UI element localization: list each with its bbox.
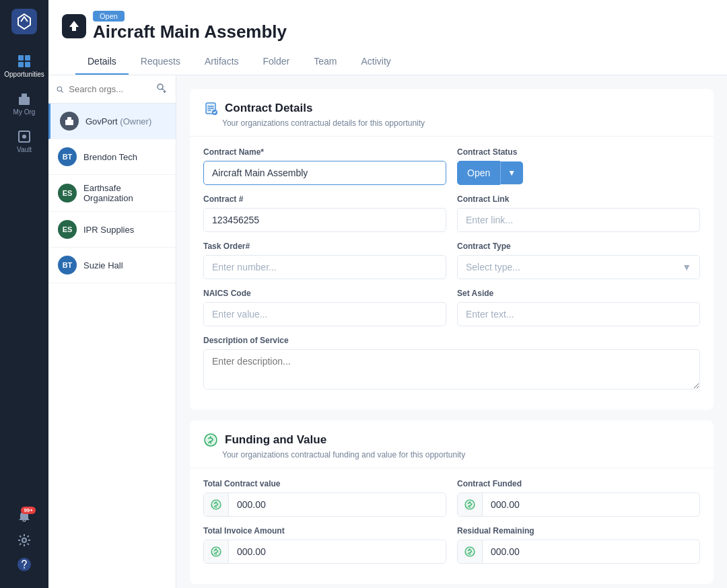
search-input[interactable] [69,84,150,94]
description-group: Description of Service [203,336,700,390]
svg-rect-4 [25,62,30,67]
org-suzie-name: Suzie Hall [83,260,123,270]
tab-requests[interactable]: Requests [129,49,193,75]
svg-rect-5 [19,97,30,105]
sidebar-item-myorg[interactable]: My Org [0,85,48,122]
total-contract-input[interactable] [229,493,446,516]
form-row-5: Description of Service [203,336,700,390]
total-contract-currency [203,492,446,517]
main-content: Open Aircraft Main Assembly Details Requ… [48,0,727,588]
task-order-group: Task Order# [203,242,446,279]
notifications-button[interactable]: 99+ [17,509,32,526]
contract-details-title: Contract Details [225,102,312,115]
total-contract-group: Total Contract value [203,479,446,517]
tab-folder[interactable]: Folder [251,49,302,75]
total-contract-label: Total Contract value [203,479,446,488]
funding-icon [203,433,218,447]
residual-currency [457,540,700,564]
naics-code-input[interactable] [203,302,446,326]
aircraft-icon [62,14,86,38]
funding-row-2: Total Invoice Amount [203,526,700,564]
form-panel: Contract Details Your organizations cont… [176,75,727,588]
settings-button[interactable] [17,533,32,550]
description-textarea[interactable] [203,349,700,390]
svg-rect-15 [67,117,71,120]
total-invoice-group: Total Invoice Amount [203,526,446,564]
sidebar: Opportunities My Org Vault 99+ [0,0,48,588]
org-item-govport[interactable]: GovPort (Owner) [48,104,176,139]
dollar-icon-1 [204,493,229,516]
content-area: GovPort (Owner) BT Brendon Tech ES Earth… [48,75,727,588]
tab-details[interactable]: Details [75,49,129,75]
task-order-input[interactable] [203,255,446,279]
residual-group: Residual Remaining [457,526,700,564]
contract-funded-input[interactable] [483,493,699,516]
set-aside-group: Set Aside [457,289,700,326]
total-invoice-input[interactable] [229,540,446,563]
status-badge: Open [93,11,125,22]
org-panel: GovPort (Owner) BT Brendon Tech ES Earth… [48,75,176,588]
svg-point-11 [24,567,25,568]
contract-details-icon [203,101,218,116]
help-button[interactable] [16,556,32,575]
org-govport-name: GovPort (Owner) [85,116,151,126]
tab-activity[interactable]: Activity [349,49,403,75]
naics-code-group: NAICS Code [203,289,446,326]
sidebar-item-vault[interactable]: Vault [0,122,48,160]
org-earthsafe-name: Earthsafe Organization [83,183,166,203]
page-title: Aircraft Main Assembly [93,22,287,42]
svg-point-9 [22,538,26,542]
org-brendon-name: Brendon Tech [83,152,137,162]
tabs-bar: Details Requests Artifacts Folder Team A… [62,49,714,75]
task-order-label: Task Order# [203,242,446,251]
org-item-suzie[interactable]: BT Suzie Hall [48,248,176,283]
svg-rect-6 [22,94,27,98]
contract-name-label: Contract Name* [203,147,446,157]
contract-status-chevron[interactable]: ▼ [500,161,523,184]
contract-number-input[interactable] [203,208,446,232]
dollar-icon-4 [458,540,483,563]
header: Open Aircraft Main Assembly Details Requ… [48,0,727,75]
sidebar-item-myorg-label: My Org [13,108,36,116]
funding-title: Funding and Value [225,433,326,447]
tab-artifacts[interactable]: Artifacts [193,49,251,75]
org-item-earthsafe[interactable]: ES Earthsafe Organization [48,175,176,212]
description-label: Description of Service [203,336,700,345]
total-invoice-currency [203,540,446,564]
org-item-brendon[interactable]: BT Brendon Tech [48,139,176,175]
residual-input[interactable] [483,540,699,563]
tab-team[interactable]: Team [302,49,349,75]
contract-name-input[interactable] [203,161,446,185]
contract-link-label: Contract Link [457,194,700,204]
logo [9,7,39,36]
dollar-icon-3 [204,540,229,563]
contract-type-select[interactable]: Select type... ▼ [457,255,700,279]
svg-point-8 [22,135,26,139]
org-avatar-govport [60,112,79,131]
add-org-button[interactable] [155,82,168,96]
set-aside-input[interactable] [457,302,700,326]
org-item-ipr[interactable]: ES IPR Supplies [48,212,176,248]
total-invoice-label: Total Invoice Amount [203,526,446,536]
dollar-icon-2 [458,493,483,516]
set-aside-label: Set Aside [457,289,700,298]
contract-details-header: Contract Details Your organizations cont… [190,89,714,137]
contract-link-input[interactable] [457,208,700,232]
sidebar-item-opportunities[interactable]: Opportunities [0,47,48,85]
org-avatar-brendon: BT [58,147,77,166]
contract-number-group: Contract # [203,194,446,232]
svg-rect-1 [18,55,24,61]
funding-subtitle: Your organizations contractual funding a… [222,450,700,460]
org-avatar-ipr: ES [58,220,77,239]
svg-rect-0 [11,9,37,34]
contract-type-label: Contract Type [457,242,700,251]
notification-badge: 99+ [21,507,36,514]
form-row-2: Contract # Contract Link [203,194,700,232]
svg-point-10 [18,558,31,571]
contract-funded-label: Contract Funded [457,479,700,488]
contract-status-button[interactable]: Open [457,161,500,185]
svg-rect-3 [18,62,24,67]
svg-point-12 [57,86,62,91]
org-avatar-suzie: BT [58,256,77,274]
contract-number-label: Contract # [203,194,446,204]
